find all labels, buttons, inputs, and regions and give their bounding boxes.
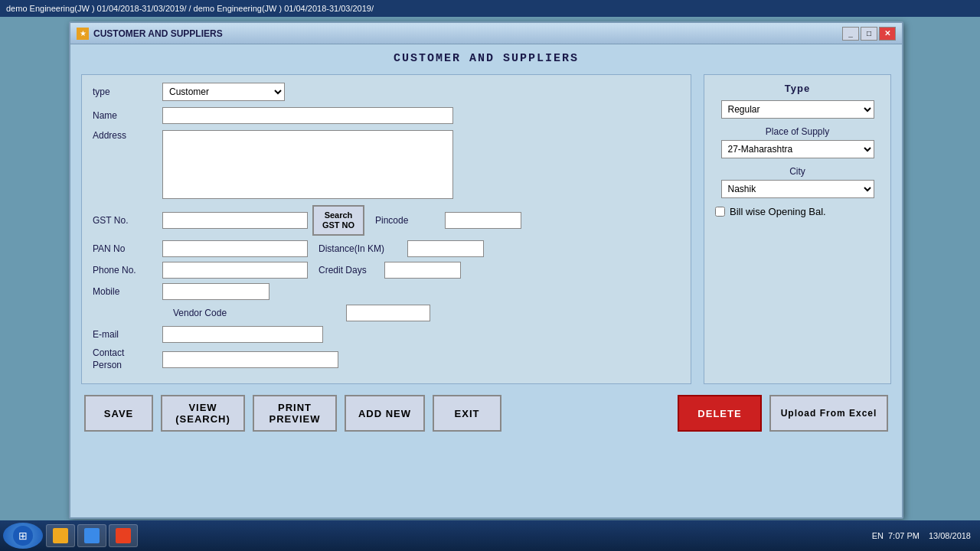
minimize-button[interactable]: _	[842, 27, 859, 41]
gst-input[interactable]	[162, 212, 308, 229]
name-row: Name	[93, 107, 680, 124]
title-bar-text: demo Engineering(JW ) 01/04/2018-31/03/2…	[6, 4, 374, 13]
taskbar-lang: EN	[872, 531, 884, 540]
mobile-input[interactable]	[162, 283, 270, 300]
maximize-button[interactable]: □	[861, 27, 877, 41]
taskbar-right: EN 7:07 PM 13/08/2018	[872, 531, 977, 540]
name-label: Name	[93, 110, 158, 121]
phone-input[interactable]	[162, 262, 308, 279]
name-input[interactable]	[162, 107, 453, 124]
close-button[interactable]: ✕	[879, 27, 896, 41]
vendor-label: Vendor Code	[173, 308, 341, 318]
type-label: type	[93, 86, 158, 97]
window-titlebar: ★ CUSTOMER AND SUPPLIERS _ □ ✕	[70, 23, 902, 44]
vendor-input[interactable]	[346, 305, 430, 321]
bill-wise-row: Bill wise Opening Bal.	[715, 206, 880, 217]
save-button[interactable]: SAVE	[84, 395, 153, 432]
gst-label: GST No.	[93, 215, 158, 226]
pincode-input[interactable]	[445, 212, 521, 229]
reg-type-select[interactable]: Regular Composition Unregistered	[721, 100, 874, 119]
top-section: type Customer Supplier Name Address	[81, 74, 891, 384]
pan-row: PAN No Distance(In KM)	[93, 240, 680, 257]
search-gst-button[interactable]: SearchGST NO	[312, 205, 364, 236]
start-button[interactable]: ⊞	[3, 523, 43, 549]
contact-label: ContactPerson	[93, 347, 158, 371]
taskbar: ⊞ EN 7:07 PM 13/08/2018	[0, 520, 980, 551]
vendor-row: Vendor Code	[93, 305, 680, 321]
phone-label: Phone No.	[93, 265, 158, 276]
gst-row: GST No. SearchGST NO Pincode	[93, 205, 680, 236]
pan-label: PAN No	[93, 243, 158, 254]
pan-input[interactable]	[162, 240, 308, 257]
exit-button[interactable]: EXIT	[433, 395, 501, 432]
supply-row: Place of Supply 27-Maharashtra 01-Jammu …	[715, 126, 880, 158]
bill-wise-checkbox[interactable]	[715, 207, 725, 217]
window-content: CUSTOMER AND SUPPLIERS type Customer Sup…	[70, 44, 902, 517]
type-select[interactable]: Customer Supplier	[162, 83, 285, 101]
email-row: E-mail	[93, 326, 680, 343]
credit-input[interactable]	[384, 262, 461, 279]
taskbar-explorer[interactable]	[77, 524, 106, 547]
top-title-bar: demo Engineering(JW ) 01/04/2018-31/03/2…	[0, 0, 980, 17]
reg-type-row: Regular Composition Unregistered	[715, 100, 880, 119]
pincode-label: Pincode	[375, 215, 440, 226]
mobile-label: Mobile	[93, 286, 158, 297]
email-label: E-mail	[93, 329, 158, 340]
supply-label: Place of Supply	[766, 126, 829, 137]
view-button[interactable]: VIEW(SEARCH)	[161, 395, 245, 432]
upload-button[interactable]: Upload From Excel	[769, 395, 888, 432]
main-form: type Customer Supplier Name Address	[81, 74, 691, 384]
bill-wise-label: Bill wise Opening Bal.	[730, 206, 826, 217]
supply-select[interactable]: 27-Maharashtra 01-Jammu & Kashmir	[721, 140, 874, 158]
contact-row: ContactPerson	[93, 347, 680, 371]
svg-text:⊞: ⊞	[18, 530, 28, 542]
type-panel-title: Type	[715, 83, 880, 94]
address-row: Address	[93, 130, 680, 199]
form-header: CUSTOMER AND SUPPLIERS	[81, 52, 891, 65]
distance-input[interactable]	[407, 240, 484, 257]
contact-input[interactable]	[162, 351, 338, 368]
taskbar-app[interactable]	[109, 524, 138, 547]
add-new-button[interactable]: ADD NEW	[345, 395, 425, 432]
gst-section: GST No. SearchGST NO Pincode PAN No Dist…	[93, 205, 680, 371]
email-input[interactable]	[162, 326, 323, 343]
delete-button[interactable]: DELETE	[678, 395, 762, 432]
window-title: CUSTOMER AND SUPPLIERS	[93, 28, 842, 39]
taskbar-date: 13/08/2018	[929, 531, 971, 540]
phone-row: Phone No. Credit Days	[93, 262, 680, 279]
type-row: type Customer Supplier	[93, 83, 680, 101]
bottom-buttons: SAVE VIEW(SEARCH) PRINTPREVIEW ADD NEW E…	[81, 395, 891, 432]
address-textarea[interactable]	[162, 130, 453, 199]
address-label: Address	[93, 130, 158, 141]
credit-label: Credit Days	[318, 265, 380, 276]
city-label: City	[789, 166, 805, 177]
taskbar-time: 7:07 PM	[888, 531, 920, 540]
distance-label: Distance(In KM)	[318, 243, 403, 254]
city-row: City Nashik Pune Mumbai	[715, 166, 880, 198]
mobile-row: Mobile	[93, 283, 680, 300]
taskbar-file-manager[interactable]	[46, 524, 75, 547]
print-button[interactable]: PRINTPREVIEW	[253, 395, 337, 432]
window-controls: _ □ ✕	[842, 27, 896, 41]
window-icon: ★	[77, 28, 89, 40]
main-window: ★ CUSTOMER AND SUPPLIERS _ □ ✕ CUSTOMER …	[69, 21, 903, 519]
type-panel: Type Regular Composition Unregistered Pl…	[704, 74, 891, 384]
city-select[interactable]: Nashik Pune Mumbai	[721, 180, 874, 198]
